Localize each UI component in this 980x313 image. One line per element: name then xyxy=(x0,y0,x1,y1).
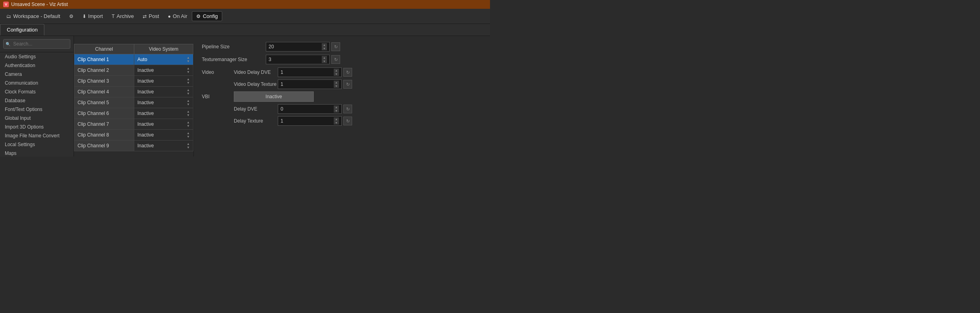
video-delay-texture-refresh[interactable]: ↻ xyxy=(343,80,352,89)
menu-settings[interactable]: ⚙ xyxy=(65,12,78,21)
dropdown-arrows[interactable]: ▲▼ xyxy=(187,121,190,128)
vbi-delay-dve-spinners[interactable]: ▲ ▼ xyxy=(334,105,339,113)
video-system-cell: Inactive ▲▼ xyxy=(134,97,193,108)
vbi-delay-texture-down[interactable]: ▼ xyxy=(334,121,339,125)
onair-label: On Air xyxy=(173,13,187,19)
main-layout: Audio Settings Authentication Camera Com… xyxy=(0,36,490,156)
table-row[interactable]: Clip Channel 3 Inactive ▲▼ xyxy=(74,76,193,87)
texturemanager-size-down[interactable]: ▼ xyxy=(322,59,327,63)
texturemanager-size-refresh[interactable]: ↻ xyxy=(331,55,340,64)
pipeline-size-input[interactable]: 20 ▲ ▼ xyxy=(266,42,330,52)
video-delay-dve-down[interactable]: ▼ xyxy=(334,72,339,76)
video-delay-texture-spinners[interactable]: ▲ ▼ xyxy=(334,81,339,88)
texturemanager-size-up[interactable]: ▲ xyxy=(322,56,327,59)
channel-name-cell: Clip Channel 5 xyxy=(74,97,134,108)
menu-archive[interactable]: T Archive xyxy=(108,12,138,21)
video-delay-dve-up[interactable]: ▲ xyxy=(334,69,339,72)
video-delay-dve-refresh[interactable]: ↻ xyxy=(343,68,352,77)
workspace-label: Workspace - Default xyxy=(13,13,60,19)
content-area: Channel Video System Clip Channel 1 Auto… xyxy=(74,36,490,156)
table-row[interactable]: Clip Channel 8 Inactive ▲▼ xyxy=(74,130,193,141)
dropdown-arrows[interactable]: ▲▼ xyxy=(187,88,190,95)
title-bar: V Unsaved Scene - Viz Artist xyxy=(0,0,490,9)
video-delay-dve-spinners[interactable]: ▲ ▼ xyxy=(334,69,339,76)
vbi-delay-texture-spinners[interactable]: ▲ ▼ xyxy=(334,117,339,125)
sidebar-item-authentication[interactable]: Authentication xyxy=(0,61,74,70)
table-row[interactable]: Clip Channel 2 Inactive ▲▼ xyxy=(74,65,193,76)
video-delay-texture-down[interactable]: ▼ xyxy=(334,84,339,88)
video-delay-dve-input[interactable]: 1 ▲ ▼ xyxy=(278,67,342,77)
video-delay-texture-row: Video Delay Texture 1 ▲ ▼ ↻ xyxy=(202,79,482,89)
pipeline-size-up[interactable]: ▲ xyxy=(322,43,327,47)
table-row[interactable]: Clip Channel 4 Inactive ▲▼ xyxy=(74,87,193,97)
channel-name-cell: Clip Channel 2 xyxy=(74,65,134,76)
menu-onair[interactable]: ● On Air xyxy=(164,12,191,21)
menu-workspace[interactable]: 🗂 Workspace - Default xyxy=(2,12,64,21)
onair-icon: ● xyxy=(168,14,171,19)
sidebar-item-communication[interactable]: Communication xyxy=(0,79,74,87)
video-system-cell: Inactive ▲▼ xyxy=(134,76,193,87)
settings-icon: ⚙ xyxy=(69,14,74,19)
dropdown-arrows[interactable]: ▲▼ xyxy=(187,131,190,139)
pipeline-size-value: 20 xyxy=(269,44,320,50)
menu-config[interactable]: ⚙ Config xyxy=(192,11,222,21)
vbi-delay-texture-up[interactable]: ▲ xyxy=(334,117,339,121)
table-row[interactable]: Clip Channel 7 Inactive ▲▼ xyxy=(74,119,193,130)
vbi-delay-dve-down[interactable]: ▼ xyxy=(334,109,339,113)
vbi-delay-dve-up[interactable]: ▲ xyxy=(334,105,339,109)
menu-import[interactable]: ⬇ Import xyxy=(78,12,107,21)
dropdown-arrows[interactable]: ▲▼ xyxy=(187,56,190,63)
texturemanager-size-spinners[interactable]: ▲ ▼ xyxy=(322,56,327,63)
pipeline-size-row: Pipeline Size 20 ▲ ▼ ↻ xyxy=(202,42,482,52)
table-row[interactable]: Clip Channel 1 Auto ▲▼ xyxy=(74,54,193,65)
table-row[interactable]: Clip Channel 6 Inactive ▲▼ xyxy=(74,108,193,119)
dropdown-arrows[interactable]: ▲▼ xyxy=(187,99,190,106)
dropdown-arrows[interactable]: ▲▼ xyxy=(187,110,190,117)
sidebar-item-import-3d-options[interactable]: Import 3D Options xyxy=(0,123,74,131)
vbi-delay-dve-input[interactable]: 0 ▲ ▼ xyxy=(278,104,342,114)
channel-name-cell: Clip Channel 1 xyxy=(74,54,134,65)
vbi-delay-texture-input[interactable]: 1 ▲ ▼ xyxy=(278,116,342,126)
pipeline-size-spinners[interactable]: ▲ ▼ xyxy=(322,43,327,50)
channel-col-header: Channel xyxy=(74,44,134,54)
sidebar-item-audio-settings[interactable]: Audio Settings xyxy=(0,52,74,61)
sidebar-item-database[interactable]: Database xyxy=(0,96,74,105)
channel-name-cell: Clip Channel 6 xyxy=(74,108,134,119)
pipeline-size-down[interactable]: ▼ xyxy=(322,47,327,50)
sidebar: Audio Settings Authentication Camera Com… xyxy=(0,36,74,156)
vbi-row: VBI Inactive xyxy=(202,91,482,102)
vbi-delay-dve-refresh[interactable]: ↻ xyxy=(343,105,352,113)
channels-panel: Channel Video System Clip Channel 1 Auto… xyxy=(74,44,194,156)
video-delay-texture-input[interactable]: 1 ▲ ▼ xyxy=(278,79,342,89)
config-label: Config xyxy=(203,13,218,19)
sidebar-item-global-input[interactable]: Global Input xyxy=(0,114,74,123)
sidebar-item-clock-formats[interactable]: Clock Formats xyxy=(0,87,74,96)
post-label: Post xyxy=(149,13,159,19)
video-system-cell: Inactive ▲▼ xyxy=(134,141,193,151)
search-input[interactable] xyxy=(3,39,70,49)
vbi-delay-texture-refresh[interactable]: ↻ xyxy=(343,117,352,125)
dropdown-arrows[interactable]: ▲▼ xyxy=(187,142,190,149)
vbi-delay-texture-row: Delay Texture 1 ▲ ▼ ↻ xyxy=(202,116,482,126)
video-system-cell: Auto ▲▼ xyxy=(134,54,193,65)
dropdown-arrows[interactable]: ▲▼ xyxy=(187,67,190,74)
vbi-delay-dve-value: 0 xyxy=(281,106,332,112)
tab-configuration[interactable]: Configuration xyxy=(0,24,44,36)
sidebar-item-maps[interactable]: Maps xyxy=(0,149,74,156)
pipeline-size-refresh[interactable]: ↻ xyxy=(331,42,340,51)
vbi-delay-dve-label: Delay DVE xyxy=(234,106,278,112)
texturemanager-size-input[interactable]: 3 ▲ ▼ xyxy=(266,55,330,64)
sidebar-item-font-text-options[interactable]: Font/Text Options xyxy=(0,105,74,114)
dropdown-arrows[interactable]: ▲▼ xyxy=(187,77,190,85)
vbi-inactive-button[interactable]: Inactive xyxy=(234,91,314,102)
sidebar-item-image-file-name-convert[interactable]: Image File Name Convert xyxy=(0,131,74,140)
sidebar-item-camera[interactable]: Camera xyxy=(0,70,74,79)
sidebar-item-local-settings[interactable]: Local Settings xyxy=(0,140,74,149)
menu-post[interactable]: ⇄ Post xyxy=(139,12,163,21)
table-row[interactable]: Clip Channel 9 Inactive ▲▼ xyxy=(74,141,193,151)
channel-name-cell: Clip Channel 7 xyxy=(74,119,134,130)
video-delay-texture-up[interactable]: ▲ xyxy=(334,81,339,84)
import-icon: ⬇ xyxy=(82,14,86,19)
video-system-cell: Inactive ▲▼ xyxy=(134,130,193,141)
table-row[interactable]: Clip Channel 5 Inactive ▲▼ xyxy=(74,97,193,108)
